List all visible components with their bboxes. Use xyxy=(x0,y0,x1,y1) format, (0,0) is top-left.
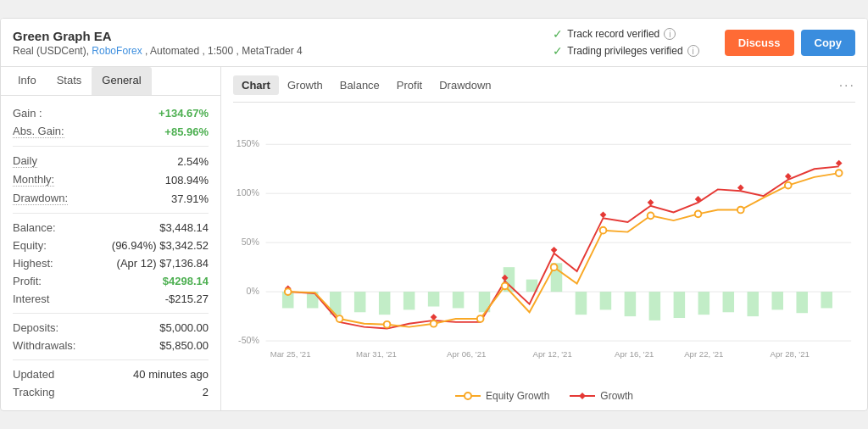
equity-value: (96.94%) $3,342.52 xyxy=(112,239,209,252)
svg-text:Apr 16, '21: Apr 16, '21 xyxy=(615,349,654,359)
gain-label: Gain : xyxy=(13,107,42,120)
svg-point-65 xyxy=(785,182,792,189)
highest-row: Highest: (Apr 12) $7,136.84 xyxy=(13,254,209,272)
svg-rect-36 xyxy=(723,292,735,312)
profit-row: Profit: $4298.14 xyxy=(13,272,209,290)
svg-point-56 xyxy=(384,321,391,328)
check-icon-trading: ✓ xyxy=(553,44,563,58)
drawdown-label: Drawdown: xyxy=(13,192,68,205)
equity-row: Equity: (96.94%) $3,342.52 xyxy=(13,237,209,254)
main-content: Info Stats General Gain : +134.67% Abs. … xyxy=(1,67,867,410)
svg-point-60 xyxy=(551,264,558,270)
right-panel: Chart Growth Balance Profit Drawdown ···… xyxy=(221,67,867,410)
trading-info-icon[interactable]: i xyxy=(687,45,699,57)
svg-rect-39 xyxy=(796,292,808,313)
svg-rect-25 xyxy=(453,292,465,308)
legend-equity-growth: Equity Growth xyxy=(455,390,549,402)
header: Green Graph EA Real (USDCent), RoboForex… xyxy=(1,19,867,67)
updated-row: Updated 40 minutes ago xyxy=(13,365,209,383)
tab-info[interactable]: Info xyxy=(8,67,47,95)
chart-tab-balance[interactable]: Balance xyxy=(331,75,388,95)
trading-verified: ✓ Trading privileges verified i xyxy=(553,44,698,58)
chart-tab-growth[interactable]: Growth xyxy=(279,75,331,95)
drawdown-value: 37.91% xyxy=(171,192,209,205)
svg-point-61 xyxy=(600,227,607,234)
stats-panel: Gain : +134.67% Abs. Gain: +85.96% Daily… xyxy=(1,96,220,410)
ea-subtitle: Real (USDCent), RoboForex , Automated , … xyxy=(13,45,544,57)
copy-button[interactable]: Copy xyxy=(801,30,856,56)
highest-label: Highest: xyxy=(13,257,53,270)
chart-tab-profit[interactable]: Profit xyxy=(388,75,431,95)
svg-rect-24 xyxy=(428,292,440,306)
tab-general[interactable]: General xyxy=(92,67,151,95)
monthly-value: 108.94% xyxy=(165,174,209,187)
gain-row: Gain : +134.67% xyxy=(13,104,209,122)
tracking-label: Tracking xyxy=(13,386,54,398)
svg-rect-37 xyxy=(748,292,760,316)
daily-row: Daily 2.54% xyxy=(13,152,209,170)
svg-rect-22 xyxy=(379,292,391,315)
svg-point-59 xyxy=(502,282,509,289)
svg-point-55 xyxy=(337,315,343,322)
legend-growth: Growth xyxy=(570,390,633,402)
chart-menu-icon[interactable]: ··· xyxy=(839,78,855,93)
profit-value: $4298.14 xyxy=(163,275,209,287)
svg-rect-30 xyxy=(576,292,587,315)
svg-rect-40 xyxy=(821,292,832,308)
svg-rect-35 xyxy=(698,292,710,315)
svg-point-54 xyxy=(285,288,292,295)
daily-label: Daily xyxy=(13,154,37,168)
abs-gain-label: Abs. Gain: xyxy=(13,125,64,138)
interest-row: Interest -$215.27 xyxy=(13,290,209,308)
svg-rect-32 xyxy=(625,292,637,316)
highest-value: (Apr 12) $7,136.84 xyxy=(117,257,209,270)
interest-value: -$215.27 xyxy=(165,292,209,305)
deposits-label: Deposits: xyxy=(13,321,58,334)
tab-stats[interactable]: Stats xyxy=(47,67,92,95)
svg-rect-38 xyxy=(771,292,783,309)
drawdown-row: Drawdown: 37.91% xyxy=(13,189,209,208)
legend-equity-growth-label: Equity Growth xyxy=(486,390,549,402)
legend-growth-line-icon xyxy=(570,391,595,401)
svg-text:50%: 50% xyxy=(242,237,260,247)
chart-tab-chart[interactable]: Chart xyxy=(233,75,279,95)
deposits-row: Deposits: $5,000.00 xyxy=(13,319,209,337)
svg-text:Apr 12, '21: Apr 12, '21 xyxy=(532,349,571,359)
svg-rect-34 xyxy=(674,292,686,318)
verification-badges: ✓ Track record verified i ✓ Trading priv… xyxy=(553,27,698,58)
svg-point-64 xyxy=(737,207,744,214)
chart-tab-drawdown[interactable]: Drawdown xyxy=(431,75,499,95)
app-container: Green Graph EA Real (USDCent), RoboForex… xyxy=(0,18,868,411)
track-info-icon[interactable]: i xyxy=(664,28,676,40)
trading-verified-text: Trading privileges verified xyxy=(567,45,682,57)
chart-tabs: Chart Growth Balance Profit Drawdown ··· xyxy=(233,75,855,103)
legend-equity-line-icon xyxy=(455,391,481,401)
equity-label: Equity: xyxy=(13,239,47,252)
svg-point-57 xyxy=(431,320,437,327)
monthly-row: Monthly: 108.94% xyxy=(13,170,209,189)
svg-point-68 xyxy=(465,393,471,399)
left-panel: Info Stats General Gain : +134.67% Abs. … xyxy=(1,67,221,410)
ea-title: Green Graph EA xyxy=(13,29,544,43)
daily-value: 2.54% xyxy=(177,155,209,168)
svg-rect-31 xyxy=(600,292,612,309)
discuss-button[interactable]: Discuss xyxy=(725,30,794,56)
monthly-label: Monthly: xyxy=(13,173,54,187)
abs-gain-row: Abs. Gain: +85.96% xyxy=(13,122,209,141)
header-left: Green Graph EA Real (USDCent), RoboForex… xyxy=(13,29,544,57)
legend-growth-label: Growth xyxy=(600,390,633,402)
withdrawals-value: $5,850.00 xyxy=(159,339,209,352)
check-icon-track: ✓ xyxy=(553,27,563,41)
svg-text:100%: 100% xyxy=(236,187,260,198)
svg-rect-0 xyxy=(233,124,855,370)
balance-value: $3,448.14 xyxy=(159,221,209,234)
roboforex-link[interactable]: RoboForex xyxy=(92,45,142,57)
profit-label: Profit: xyxy=(13,275,42,287)
svg-text:Mar 31, '21: Mar 31, '21 xyxy=(356,349,397,359)
withdrawals-row: Withdrawals: $5,850.00 xyxy=(13,337,209,354)
abs-gain-value: +85.96% xyxy=(164,125,209,138)
updated-value: 40 minutes ago xyxy=(133,368,209,381)
svg-point-58 xyxy=(477,315,484,322)
header-buttons: Discuss Copy xyxy=(725,30,855,56)
svg-rect-21 xyxy=(354,292,366,312)
